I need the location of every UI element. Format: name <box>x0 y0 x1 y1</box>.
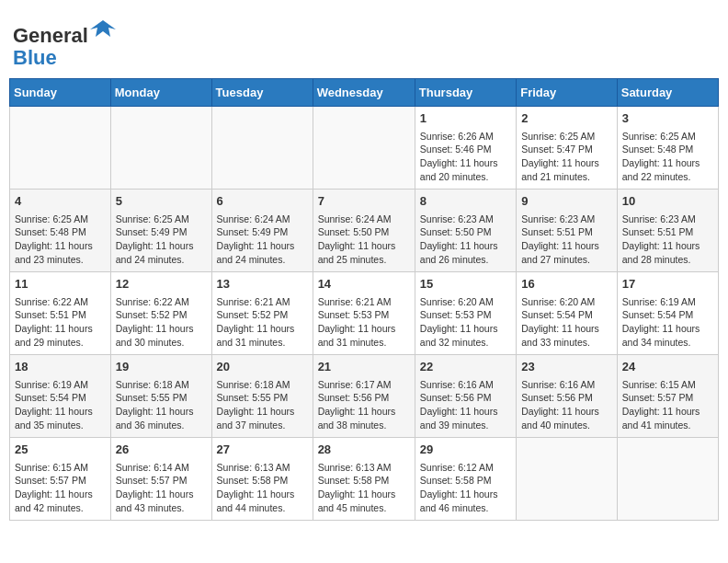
day-info: Daylight: 11 hours and 24 minutes. <box>217 239 308 266</box>
day-info: Daylight: 11 hours and 27 minutes. <box>521 239 612 266</box>
day-info: Sunrise: 6:23 AM <box>420 213 511 226</box>
header: General Blue <box>9 9 719 73</box>
day-info: Sunrise: 6:22 AM <box>116 295 207 309</box>
day-number: 29 <box>420 442 511 458</box>
day-info: Sunrise: 6:16 AM <box>420 378 511 392</box>
day-info: Sunrise: 6:21 AM <box>318 295 410 309</box>
day-info: Sunrise: 6:17 AM <box>318 378 410 392</box>
calendar-day-cell: 29Sunrise: 6:12 AMSunset: 5:58 PMDayligh… <box>415 438 516 521</box>
calendar-day-cell: 26Sunrise: 6:14 AMSunset: 5:57 PMDayligh… <box>110 438 211 521</box>
calendar-day-cell: 18Sunrise: 6:19 AMSunset: 5:54 PMDayligh… <box>10 355 111 438</box>
day-info: Sunrise: 6:21 AM <box>217 295 308 309</box>
day-header-tuesday: Tuesday <box>211 79 313 107</box>
logo-blue: Blue <box>13 46 57 69</box>
day-info: Daylight: 11 hours and 38 minutes. <box>318 405 410 431</box>
day-number: 13 <box>217 276 308 293</box>
calendar-day-cell: 1Sunrise: 6:26 AMSunset: 5:46 PMDaylight… <box>415 107 516 190</box>
day-info: Sunset: 5:49 PM <box>217 225 308 239</box>
day-info: Daylight: 11 hours and 41 minutes. <box>622 405 713 431</box>
day-info: Sunrise: 6:15 AM <box>15 461 106 475</box>
day-info: Daylight: 11 hours and 29 minutes. <box>15 322 106 349</box>
day-info: Sunset: 5:55 PM <box>217 391 308 405</box>
day-number: 20 <box>217 359 308 375</box>
day-info: Sunrise: 6:20 AM <box>420 295 511 309</box>
day-info: Sunset: 5:56 PM <box>521 391 612 405</box>
day-info: Sunrise: 6:20 AM <box>521 295 612 309</box>
calendar-day-cell: 7Sunrise: 6:24 AMSunset: 5:50 PMDaylight… <box>313 190 415 272</box>
day-info: Daylight: 11 hours and 45 minutes. <box>318 488 410 514</box>
calendar-week-row: 25Sunrise: 6:15 AMSunset: 5:57 PMDayligh… <box>10 438 719 521</box>
calendar-day-cell: 21Sunrise: 6:17 AMSunset: 5:56 PMDayligh… <box>313 355 415 438</box>
day-info: Sunset: 5:54 PM <box>622 308 713 322</box>
day-info: Sunset: 5:50 PM <box>420 225 511 239</box>
day-info: Daylight: 11 hours and 35 minutes. <box>15 405 106 431</box>
day-info: Sunset: 5:51 PM <box>15 308 106 322</box>
calendar-day-cell: 2Sunrise: 6:25 AMSunset: 5:47 PMDaylight… <box>517 107 618 190</box>
day-info: Daylight: 11 hours and 31 minutes. <box>217 322 308 349</box>
day-header-wednesday: Wednesday <box>313 79 415 107</box>
day-info: Daylight: 11 hours and 24 minutes. <box>116 239 207 266</box>
day-info: Sunset: 5:46 PM <box>420 143 511 156</box>
day-number: 11 <box>15 276 106 293</box>
day-info: Sunrise: 6:13 AM <box>318 461 410 475</box>
day-info: Sunset: 5:57 PM <box>15 474 106 488</box>
day-info: Sunset: 5:53 PM <box>318 308 410 322</box>
day-info: Sunset: 5:47 PM <box>521 143 612 156</box>
day-info: Sunset: 5:52 PM <box>217 308 308 322</box>
day-info: Daylight: 11 hours and 43 minutes. <box>116 488 207 514</box>
day-info: Sunrise: 6:25 AM <box>622 130 713 144</box>
calendar-day-cell: 3Sunrise: 6:25 AMSunset: 5:48 PMDaylight… <box>617 107 718 190</box>
day-header-monday: Monday <box>110 79 211 107</box>
day-number: 10 <box>622 193 713 210</box>
day-number: 3 <box>622 110 713 127</box>
day-info: Sunrise: 6:25 AM <box>116 213 207 226</box>
calendar-week-row: 4Sunrise: 6:25 AMSunset: 5:48 PMDaylight… <box>10 190 719 272</box>
day-info: Daylight: 11 hours and 39 minutes. <box>420 405 511 431</box>
calendar-day-cell <box>517 438 618 521</box>
day-info: Sunset: 5:48 PM <box>622 143 713 156</box>
calendar-day-cell: 24Sunrise: 6:15 AMSunset: 5:57 PMDayligh… <box>617 355 718 438</box>
calendar-day-cell: 10Sunrise: 6:23 AMSunset: 5:51 PMDayligh… <box>617 190 718 272</box>
day-info: Sunrise: 6:13 AM <box>217 461 308 475</box>
calendar-day-cell: 27Sunrise: 6:13 AMSunset: 5:58 PMDayligh… <box>211 438 313 521</box>
day-info: Daylight: 11 hours and 33 minutes. <box>521 322 612 349</box>
day-info: Daylight: 11 hours and 44 minutes. <box>217 488 308 514</box>
calendar-week-row: 1Sunrise: 6:26 AMSunset: 5:46 PMDaylight… <box>10 107 719 190</box>
calendar-day-cell: 8Sunrise: 6:23 AMSunset: 5:50 PMDaylight… <box>415 190 516 272</box>
day-number: 6 <box>217 193 308 210</box>
day-info: Sunrise: 6:26 AM <box>420 130 511 144</box>
calendar-day-cell: 19Sunrise: 6:18 AMSunset: 5:55 PMDayligh… <box>110 355 211 438</box>
day-number: 25 <box>15 442 106 458</box>
day-number: 12 <box>116 276 207 293</box>
calendar-day-cell: 25Sunrise: 6:15 AMSunset: 5:57 PMDayligh… <box>10 438 111 521</box>
day-info: Daylight: 11 hours and 25 minutes. <box>318 239 410 266</box>
day-info: Daylight: 11 hours and 31 minutes. <box>318 322 410 349</box>
day-number: 5 <box>116 193 207 210</box>
day-header-saturday: Saturday <box>617 79 718 107</box>
calendar-day-cell: 17Sunrise: 6:19 AMSunset: 5:54 PMDayligh… <box>617 272 718 355</box>
day-info: Sunset: 5:57 PM <box>622 391 713 405</box>
day-info: Sunset: 5:51 PM <box>622 225 713 239</box>
day-info: Sunrise: 6:19 AM <box>622 295 713 309</box>
day-info: Sunrise: 6:16 AM <box>521 378 612 392</box>
calendar-week-row: 18Sunrise: 6:19 AMSunset: 5:54 PMDayligh… <box>10 355 719 438</box>
calendar-day-cell: 4Sunrise: 6:25 AMSunset: 5:48 PMDaylight… <box>10 190 111 272</box>
day-info: Sunset: 5:49 PM <box>116 225 207 239</box>
day-number: 28 <box>318 442 410 458</box>
day-info: Daylight: 11 hours and 40 minutes. <box>521 405 612 431</box>
day-info: Sunrise: 6:23 AM <box>521 213 612 226</box>
calendar-day-cell <box>110 107 211 190</box>
day-number: 23 <box>521 359 612 375</box>
day-info: Daylight: 11 hours and 36 minutes. <box>116 405 207 431</box>
day-number: 9 <box>521 193 612 210</box>
calendar-table: SundayMondayTuesdayWednesdayThursdayFrid… <box>9 78 719 521</box>
day-number: 17 <box>622 276 713 293</box>
calendar-day-cell: 6Sunrise: 6:24 AMSunset: 5:49 PMDaylight… <box>211 190 313 272</box>
logo-bird-icon <box>90 17 116 42</box>
calendar-day-cell: 22Sunrise: 6:16 AMSunset: 5:56 PMDayligh… <box>415 355 516 438</box>
day-info: Daylight: 11 hours and 32 minutes. <box>420 322 511 349</box>
day-info: Daylight: 11 hours and 23 minutes. <box>15 239 106 266</box>
day-info: Sunset: 5:55 PM <box>116 391 207 405</box>
day-number: 24 <box>622 359 713 375</box>
day-info: Daylight: 11 hours and 28 minutes. <box>622 239 713 266</box>
